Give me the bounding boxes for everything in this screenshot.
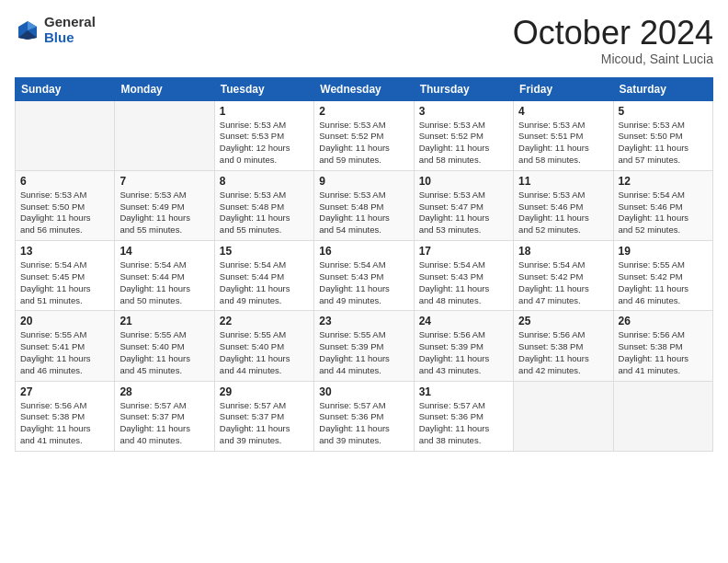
day-info: Sunrise: 5:55 AMSunset: 5:40 PMDaylight:… — [220, 329, 309, 376]
day-number: 2 — [319, 105, 408, 118]
logo-general-text: General — [44, 15, 96, 30]
calendar-cell — [514, 381, 613, 451]
day-info: Sunrise: 5:56 AMSunset: 5:38 PMDaylight:… — [20, 400, 109, 447]
calendar-cell: 13Sunrise: 5:54 AMSunset: 5:45 PMDayligh… — [16, 241, 115, 311]
month-title: October 2024 — [513, 15, 713, 52]
calendar-cell: 8Sunrise: 5:53 AMSunset: 5:48 PMDaylight… — [214, 170, 313, 240]
day-info: Sunrise: 5:55 AMSunset: 5:41 PMDaylight:… — [20, 329, 109, 376]
day-info: Sunrise: 5:53 AMSunset: 5:48 PMDaylight:… — [220, 190, 309, 236]
logo: General Blue — [15, 15, 96, 45]
day-info: Sunrise: 5:53 AMSunset: 5:52 PMDaylight:… — [419, 120, 508, 167]
day-number: 6 — [20, 175, 109, 188]
day-info: Sunrise: 5:54 AMSunset: 5:43 PMDaylight:… — [319, 259, 408, 306]
day-number: 29 — [220, 385, 309, 398]
calendar-cell — [16, 100, 115, 170]
calendar-cell: 5Sunrise: 5:53 AMSunset: 5:50 PMDaylight… — [613, 100, 712, 170]
calendar-cell: 9Sunrise: 5:53 AMSunset: 5:48 PMDaylight… — [314, 170, 414, 240]
day-info: Sunrise: 5:53 AMSunset: 5:46 PMDaylight:… — [518, 190, 608, 236]
day-info: Sunrise: 5:57 AMSunset: 5:36 PMDaylight:… — [319, 400, 408, 447]
calendar-cell: 10Sunrise: 5:53 AMSunset: 5:47 PMDayligh… — [414, 170, 513, 240]
calendar-cell: 24Sunrise: 5:56 AMSunset: 5:39 PMDayligh… — [414, 311, 513, 381]
day-number: 28 — [119, 385, 209, 398]
day-number: 18 — [518, 245, 608, 258]
calendar-cell: 26Sunrise: 5:56 AMSunset: 5:38 PMDayligh… — [613, 311, 712, 381]
calendar-week-row: 20Sunrise: 5:55 AMSunset: 5:41 PMDayligh… — [16, 311, 713, 381]
day-number: 5 — [619, 105, 708, 118]
day-number: 30 — [319, 385, 408, 398]
calendar-week-row: 27Sunrise: 5:56 AMSunset: 5:38 PMDayligh… — [16, 381, 713, 451]
calendar-cell: 27Sunrise: 5:56 AMSunset: 5:38 PMDayligh… — [16, 381, 115, 451]
day-info: Sunrise: 5:54 AMSunset: 5:43 PMDaylight:… — [419, 259, 508, 306]
page-header: General Blue October 2024 Micoud, Saint … — [15, 15, 713, 66]
calendar-header-row: SundayMondayTuesdayWednesdayThursdayFrid… — [16, 77, 713, 100]
day-number: 10 — [419, 175, 508, 188]
day-info: Sunrise: 5:54 AMSunset: 5:46 PMDaylight:… — [619, 190, 708, 236]
day-info: Sunrise: 5:53 AMSunset: 5:49 PMDaylight:… — [119, 190, 209, 236]
day-number: 23 — [319, 315, 408, 327]
day-info: Sunrise: 5:53 AMSunset: 5:52 PMDaylight:… — [319, 120, 408, 167]
day-info: Sunrise: 5:55 AMSunset: 5:39 PMDaylight:… — [319, 329, 408, 376]
day-number: 11 — [518, 175, 608, 188]
calendar-cell: 2Sunrise: 5:53 AMSunset: 5:52 PMDaylight… — [314, 100, 414, 170]
day-info: Sunrise: 5:57 AMSunset: 5:37 PMDaylight:… — [119, 400, 209, 447]
day-number: 21 — [119, 315, 209, 327]
calendar-cell: 11Sunrise: 5:53 AMSunset: 5:46 PMDayligh… — [514, 170, 613, 240]
day-info: Sunrise: 5:56 AMSunset: 5:38 PMDaylight:… — [619, 329, 708, 376]
calendar-table: SundayMondayTuesdayWednesdayThursdayFrid… — [15, 77, 713, 452]
day-info: Sunrise: 5:56 AMSunset: 5:39 PMDaylight:… — [419, 329, 508, 376]
calendar-cell — [613, 381, 712, 451]
calendar-week-row: 1Sunrise: 5:53 AMSunset: 5:53 PMDaylight… — [16, 100, 713, 170]
day-number: 7 — [119, 175, 209, 188]
calendar-cell: 17Sunrise: 5:54 AMSunset: 5:43 PMDayligh… — [414, 241, 513, 311]
logo-icon — [15, 17, 40, 43]
day-header-friday: Friday — [514, 77, 613, 100]
day-header-monday: Monday — [115, 77, 214, 100]
calendar-cell: 21Sunrise: 5:55 AMSunset: 5:40 PMDayligh… — [115, 311, 214, 381]
calendar-cell: 29Sunrise: 5:57 AMSunset: 5:37 PMDayligh… — [214, 381, 313, 451]
calendar-cell: 20Sunrise: 5:55 AMSunset: 5:41 PMDayligh… — [16, 311, 115, 381]
day-number: 15 — [220, 245, 309, 258]
calendar-cell: 28Sunrise: 5:57 AMSunset: 5:37 PMDayligh… — [115, 381, 214, 451]
day-info: Sunrise: 5:54 AMSunset: 5:45 PMDaylight:… — [20, 259, 109, 306]
calendar-cell: 30Sunrise: 5:57 AMSunset: 5:36 PMDayligh… — [314, 381, 414, 451]
day-number: 27 — [20, 385, 109, 398]
logo-blue-text: Blue — [44, 30, 96, 46]
day-info: Sunrise: 5:57 AMSunset: 5:36 PMDaylight:… — [419, 400, 508, 447]
calendar-cell: 6Sunrise: 5:53 AMSunset: 5:50 PMDaylight… — [16, 170, 115, 240]
day-number: 25 — [518, 315, 608, 327]
day-number: 14 — [119, 245, 209, 258]
day-number: 17 — [419, 245, 508, 258]
day-info: Sunrise: 5:53 AMSunset: 5:47 PMDaylight:… — [419, 190, 508, 236]
day-info: Sunrise: 5:57 AMSunset: 5:37 PMDaylight:… — [220, 400, 309, 447]
calendar-cell: 19Sunrise: 5:55 AMSunset: 5:42 PMDayligh… — [613, 241, 712, 311]
calendar-cell: 4Sunrise: 5:53 AMSunset: 5:51 PMDaylight… — [514, 100, 613, 170]
day-info: Sunrise: 5:53 AMSunset: 5:53 PMDaylight:… — [220, 120, 309, 167]
day-number: 12 — [619, 175, 708, 188]
day-header-saturday: Saturday — [613, 77, 712, 100]
calendar-cell: 31Sunrise: 5:57 AMSunset: 5:36 PMDayligh… — [414, 381, 513, 451]
day-number: 22 — [220, 315, 309, 327]
day-number: 3 — [419, 105, 508, 118]
day-header-wednesday: Wednesday — [314, 77, 414, 100]
calendar-cell: 12Sunrise: 5:54 AMSunset: 5:46 PMDayligh… — [613, 170, 712, 240]
calendar-cell: 1Sunrise: 5:53 AMSunset: 5:53 PMDaylight… — [214, 100, 313, 170]
calendar-cell: 7Sunrise: 5:53 AMSunset: 5:49 PMDaylight… — [115, 170, 214, 240]
day-number: 9 — [319, 175, 408, 188]
calendar-cell: 15Sunrise: 5:54 AMSunset: 5:44 PMDayligh… — [214, 241, 313, 311]
calendar-cell: 25Sunrise: 5:56 AMSunset: 5:38 PMDayligh… — [514, 311, 613, 381]
day-number: 19 — [619, 245, 708, 258]
day-number: 16 — [319, 245, 408, 258]
day-header-tuesday: Tuesday — [214, 77, 313, 100]
day-number: 20 — [20, 315, 109, 327]
day-number: 13 — [20, 245, 109, 258]
day-header-thursday: Thursday — [414, 77, 513, 100]
calendar-cell: 18Sunrise: 5:54 AMSunset: 5:42 PMDayligh… — [514, 241, 613, 311]
day-number: 4 — [518, 105, 608, 118]
logo-text: General Blue — [44, 15, 96, 45]
day-header-sunday: Sunday — [16, 77, 115, 100]
calendar-cell: 23Sunrise: 5:55 AMSunset: 5:39 PMDayligh… — [314, 311, 414, 381]
day-info: Sunrise: 5:53 AMSunset: 5:50 PMDaylight:… — [20, 190, 109, 236]
day-info: Sunrise: 5:54 AMSunset: 5:44 PMDaylight:… — [220, 259, 309, 306]
calendar-cell: 22Sunrise: 5:55 AMSunset: 5:40 PMDayligh… — [214, 311, 313, 381]
day-info: Sunrise: 5:56 AMSunset: 5:38 PMDaylight:… — [518, 329, 608, 376]
